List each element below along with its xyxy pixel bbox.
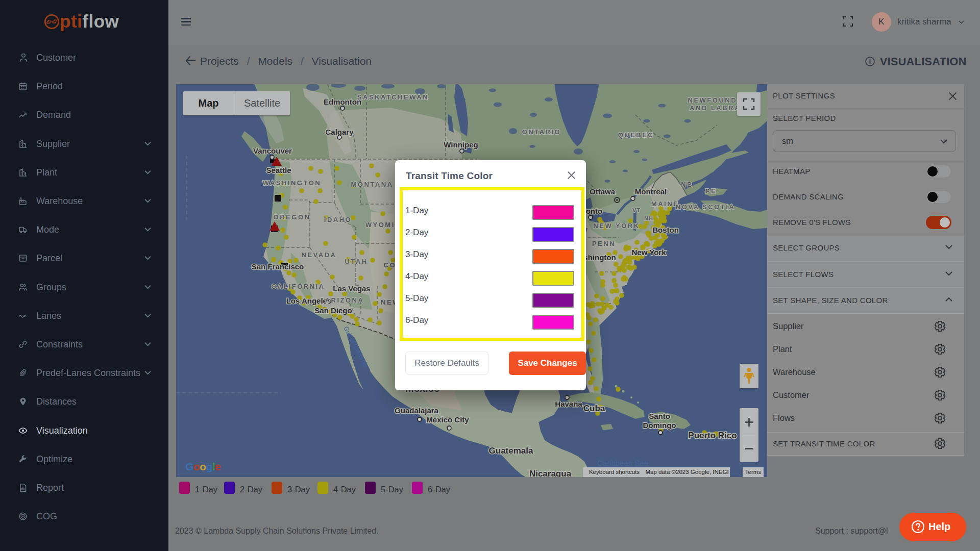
svg-text:CALIFORNIA: CALIFORNIA xyxy=(271,283,325,290)
svg-text:Edmonton: Edmonton xyxy=(324,97,361,106)
svg-text:OREGON: OREGON xyxy=(274,213,311,221)
svg-text:AND LABRA: AND LABRA xyxy=(690,104,741,112)
svg-text:NH: NH xyxy=(644,215,653,221)
svg-text:New York: New York xyxy=(632,248,667,257)
svg-text:Las Vegas: Las Vegas xyxy=(333,284,370,293)
svg-text:NOVA SCOTIA: NOVA SCOTIA xyxy=(676,203,735,211)
svg-text:Boston: Boston xyxy=(652,226,679,234)
svg-text:SASKATCHEWAN: SASKATCHEWAN xyxy=(357,93,429,101)
svg-text:Santo: Santo xyxy=(649,412,670,420)
svg-text:San Diego: San Diego xyxy=(314,306,352,315)
svg-text:NEVADA: NEVADA xyxy=(302,251,337,259)
svg-text:Guatemala: Guatemala xyxy=(489,446,533,456)
svg-text:Ottawa: Ottawa xyxy=(590,187,616,196)
svg-text:San Francisco: San Francisco xyxy=(252,262,304,271)
svg-text:VT: VT xyxy=(632,207,641,213)
svg-text:NEW YORK: NEW YORK xyxy=(593,222,640,230)
svg-text:PE: PE xyxy=(705,187,717,195)
svg-text:Guadalajara: Guadalajara xyxy=(395,406,439,415)
svg-text:NB: NB xyxy=(681,181,693,188)
svg-text:Vancouver: Vancouver xyxy=(253,146,292,155)
svg-text:Mexico City: Mexico City xyxy=(426,415,469,424)
svg-text:ARIZONA: ARIZONA xyxy=(325,296,364,304)
svg-text:Caribbean Sea: Caribbean Sea xyxy=(597,459,649,467)
svg-text:Cuba: Cuba xyxy=(583,404,605,413)
svg-text:QUEBEC: QUEBEC xyxy=(618,131,654,139)
svg-text:Winnipeg: Winnipeg xyxy=(444,140,478,149)
svg-text:Seattle: Seattle xyxy=(266,166,291,174)
svg-text:Puerto Rico: Puerto Rico xyxy=(688,431,737,440)
svg-text:Montreal: Montreal xyxy=(635,187,667,196)
svg-text:Nicaragua: Nicaragua xyxy=(529,469,572,477)
svg-text:NEWFOUNDL: NEWFOUNDL xyxy=(688,96,743,104)
svg-text:MONTANA: MONTANA xyxy=(351,181,394,188)
svg-text:ONTARIO: ONTARIO xyxy=(522,128,561,136)
svg-text:UTAH: UTAH xyxy=(345,258,368,265)
svg-text:IDAHO: IDAHO xyxy=(324,216,352,223)
svg-text:Domingo: Domingo xyxy=(643,421,676,430)
svg-text:Havana: Havana xyxy=(555,399,582,408)
svg-text:PENN: PENN xyxy=(592,240,616,247)
svg-text:MAINE: MAINE xyxy=(651,200,679,208)
svg-text:Calgary: Calgary xyxy=(325,128,354,136)
svg-text:WASHINGTON: WASHINGTON xyxy=(263,179,321,187)
